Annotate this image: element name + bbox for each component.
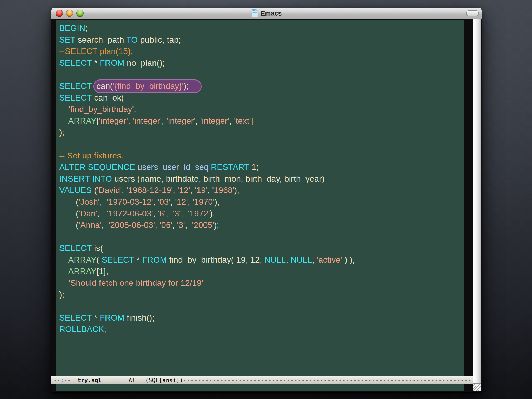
code-token: , <box>286 255 290 264</box>
code-token: ALTER SEQUENCE <box>59 162 135 172</box>
code-token: , <box>190 185 195 195</box>
code-line: SELECT is( <box>59 242 464 254</box>
code-line: SET search_path TO public, tap; <box>59 34 464 46</box>
sql-document-icon[interactable] <box>251 9 258 17</box>
code-line: SELECT * FROM finish(); <box>59 312 464 324</box>
code-token: FROM <box>142 255 167 264</box>
code-line <box>59 138 464 150</box>
scrollbar[interactable] <box>473 19 481 391</box>
code-token: can_ok( <box>92 93 124 102</box>
code-line: VALUES ('David', '1968-12-19', '12', '19… <box>59 184 464 196</box>
close-button[interactable] <box>56 10 63 17</box>
code-line: SELECT * FROM no_plan(); <box>59 57 464 69</box>
code-token: , <box>166 209 173 218</box>
code-token <box>209 162 211 172</box>
code-token: ARRAY <box>68 267 97 276</box>
code-token: '2005' <box>192 220 214 230</box>
code-token: BEGIN <box>59 23 85 33</box>
code-line: ); <box>59 127 464 138</box>
code-token: public, tap; <box>138 35 181 44</box>
code-line: ); <box>59 289 464 301</box>
code-token: '1968-12-19' <box>127 185 173 195</box>
code-token: , <box>162 116 167 125</box>
code-token: , <box>134 104 136 114</box>
code-token: SET <box>59 35 75 44</box>
code-token: SELECT <box>102 255 134 264</box>
code-token: ); <box>59 128 64 137</box>
modeline-major-mode[interactable]: (SQL[ansi]) <box>145 377 183 383</box>
code-token: '1972' <box>188 209 210 218</box>
code-token: , <box>185 220 192 230</box>
code-token: ( <box>92 185 97 195</box>
code-token: [1], <box>96 267 108 276</box>
code-token <box>59 278 69 288</box>
code-token: TO <box>126 35 138 44</box>
code-line: 'find_by_birthday', <box>59 103 464 115</box>
code-token: ( <box>59 197 79 207</box>
modeline[interactable]: --:--try.sqlAll(SQL[ansi])--------------… <box>51 376 473 384</box>
code-token: , <box>170 197 175 207</box>
code-token: SELECT <box>59 313 92 322</box>
code-token: , <box>181 209 188 218</box>
code-line: --SELECT plan(15); <box>59 45 464 57</box>
code-token: , <box>208 185 212 195</box>
resize-grip-icon[interactable] <box>473 383 481 391</box>
code-token: '12' <box>175 197 188 207</box>
code-token <box>135 162 137 172</box>
echo-area[interactable] <box>56 384 464 391</box>
code-token: ( <box>96 255 102 264</box>
code-token: users_user_id_seq <box>137 162 209 172</box>
code-token: ARRAY <box>68 116 97 125</box>
code-token: '03' <box>158 197 170 207</box>
code-token: ), <box>234 185 239 195</box>
code-token <box>59 116 68 125</box>
code-token: users (name, birthdate, birth_mon, birth… <box>112 174 325 183</box>
code-token: find_by_birthday( 19, 12, <box>167 255 264 264</box>
code-token: '06' <box>159 220 172 230</box>
window-controls <box>56 10 84 17</box>
code-token: 1; <box>249 162 258 172</box>
code-token: 'text' <box>234 116 251 125</box>
code-token: '1970-03-12' <box>107 197 153 207</box>
code-token: , <box>188 197 192 207</box>
code-line <box>59 300 464 312</box>
code-line: 'Should fetch one birthday for 12/19' <box>59 277 464 289</box>
code-token: ; <box>85 23 88 33</box>
code-token: 'integer' <box>133 116 162 125</box>
code-line: ROLLBACK; <box>59 323 464 335</box>
code-token: ] <box>251 116 253 125</box>
code-line: ('Dan', '1972-06-03', '6', '3', '1972'), <box>59 208 464 220</box>
toolbar-pill-button[interactable] <box>466 10 479 16</box>
code-line: ARRAY[1], <box>59 265 464 277</box>
code-token <box>59 255 68 264</box>
code-token: , <box>229 116 234 125</box>
modeline-position: All <box>129 377 139 383</box>
code-token: , <box>153 209 158 218</box>
frame-body: BEGIN;SET search_path TO public, tap;--S… <box>51 19 482 392</box>
window-title: Emacs <box>261 10 282 17</box>
code-token: '1970' <box>192 197 215 207</box>
code-token: , <box>153 197 158 207</box>
code-token: , <box>312 255 317 264</box>
code-token: SELECT <box>59 81 92 91</box>
code-token: INSERT INTO <box>59 174 112 183</box>
code-token: , <box>155 220 159 230</box>
code-token: , <box>102 220 109 230</box>
modeline-filler: ----------------------------------------… <box>183 377 473 383</box>
code-token: ), <box>210 209 215 218</box>
editor-buffer[interactable]: BEGIN;SET search_path TO public, tap;--S… <box>56 20 464 376</box>
code-token: 'Josh' <box>79 197 100 207</box>
code-token: NULL <box>264 255 286 264</box>
minimize-button[interactable] <box>66 10 73 17</box>
desktop: { "colors": { "editor-bg": "#2e4c42", "k… <box>0 0 532 399</box>
code-line: INSERT INTO users (name, birthdate, birt… <box>59 173 464 185</box>
code-token: 'integer' <box>200 116 229 125</box>
code-token: 'integer' <box>167 116 196 125</box>
zoom-button[interactable] <box>76 10 84 17</box>
code-token: --SELECT plan(15); <box>59 46 133 56</box>
code-token: ); <box>214 220 219 230</box>
code-line: ('Josh', '1970-03-12', '03', '12', '1970… <box>59 196 464 208</box>
code-token: 'David' <box>97 185 122 195</box>
code-line <box>59 69 464 80</box>
titlebar[interactable]: Emacs <box>51 8 482 19</box>
